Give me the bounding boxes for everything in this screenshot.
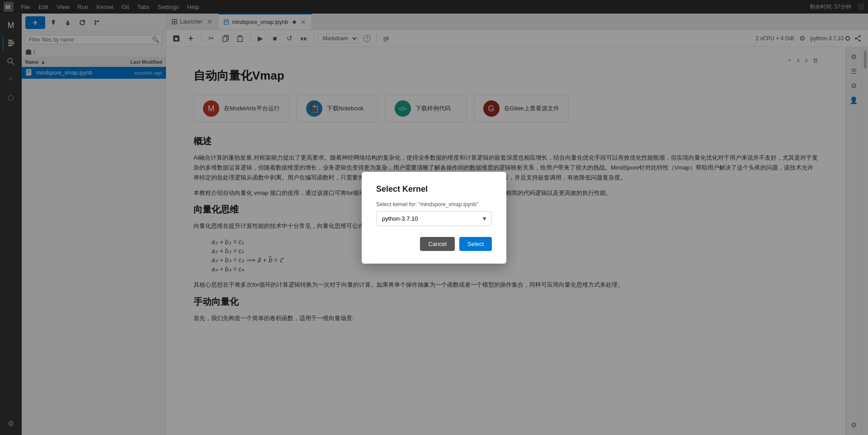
modal-dialog: Select Kernel Select kernel for: "mindsp… xyxy=(362,172,506,264)
cancel-button[interactable]: Cancel xyxy=(420,237,454,251)
modal-title: Select Kernel xyxy=(376,184,492,194)
modal-subtitle: Select kernel for: "mindspore_vmap.ipynb… xyxy=(376,201,492,208)
kernel-dropdown-wrapper: python-3.7.10 ▼ xyxy=(376,211,492,226)
kernel-dropdown[interactable]: python-3.7.10 xyxy=(376,211,492,226)
modal-buttons: Cancel Select xyxy=(376,237,492,251)
modal-overlay[interactable]: Select Kernel Select kernel for: "mindsp… xyxy=(0,0,868,435)
select-button[interactable]: Select xyxy=(459,237,492,251)
